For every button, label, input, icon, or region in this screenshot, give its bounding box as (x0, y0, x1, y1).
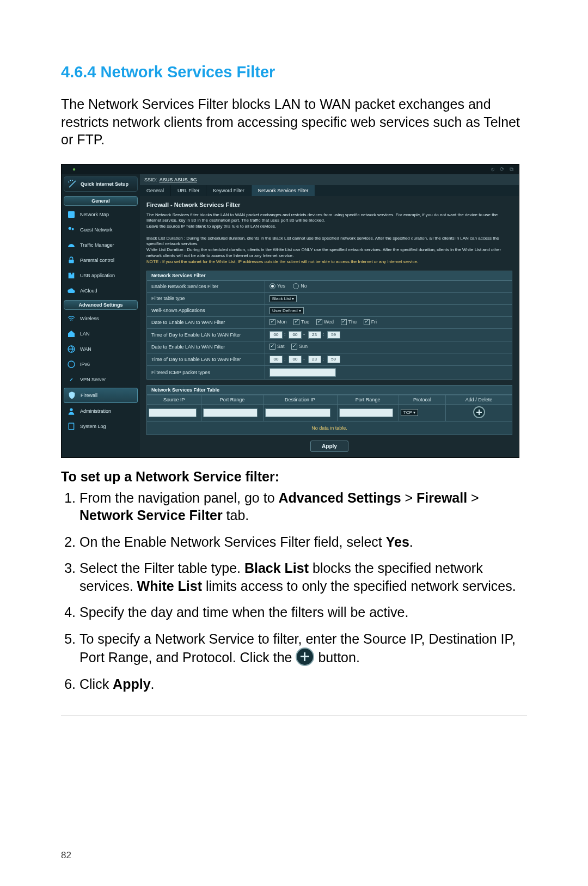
nav-firewall[interactable]: Firewall (64, 388, 138, 403)
link-icon (67, 375, 76, 384)
well-known-apps-select[interactable]: User Defined (270, 307, 304, 314)
no-data-row: No data in table. (147, 421, 512, 435)
wand-icon (68, 179, 77, 189)
chk-mon[interactable]: Mon (270, 319, 287, 325)
src-port-range-input[interactable] (203, 408, 258, 417)
cloud-icon (67, 286, 76, 295)
chk-wed[interactable]: Wed (316, 319, 334, 325)
router-screenshot: ●⎋⟳⧉ Quick Internet Setup General Networ… (61, 164, 519, 458)
svg-rect-3 (69, 259, 74, 263)
nav-sidebar: Quick Internet Setup General Network Map… (62, 174, 140, 457)
group-advanced: Advanced Settings (64, 300, 138, 310)
section-heading: 4.6.4 Network Services Filter (61, 63, 527, 81)
step-1: From the navigation panel, go to Advance… (79, 489, 527, 524)
top-status-bar: ●⎋⟳⧉ (62, 164, 519, 174)
add-row-button[interactable] (473, 406, 485, 418)
protocol-select[interactable]: TCP (401, 409, 418, 416)
filter-table-type-select[interactable]: Black List (270, 295, 297, 302)
tab-url-filter[interactable]: URL Filter (171, 185, 206, 196)
nav-parental-control[interactable]: Parental control (64, 253, 138, 267)
t1-start-mm[interactable]: 00 (289, 331, 302, 339)
source-ip-input[interactable] (149, 408, 197, 417)
ssid-bar: SSID:ASUS ASUS_5G (140, 174, 519, 185)
lock-icon (67, 256, 76, 265)
nav-ipv6[interactable]: IPv6 (64, 357, 138, 371)
gauge-icon (67, 241, 76, 249)
chk-fri[interactable]: Fri (364, 319, 377, 325)
dst-port-range-input[interactable] (339, 408, 394, 417)
step-6: Click Apply. (79, 675, 527, 693)
step-5: To specify a Network Service to filter, … (79, 630, 527, 667)
t2-end-hh[interactable]: 23 (308, 356, 321, 363)
shield-icon (68, 391, 76, 400)
nav-system-log[interactable]: System Log (64, 419, 138, 433)
step-4: Specify the day and time when the filter… (79, 603, 527, 621)
users-icon (67, 225, 76, 234)
globe-icon (67, 345, 76, 353)
quick-internet-setup[interactable]: Quick Internet Setup (64, 176, 138, 192)
nav-aicloud[interactable]: AiCloud (64, 284, 138, 298)
svg-point-6 (70, 408, 72, 411)
nav-lan[interactable]: LAN (64, 327, 138, 341)
wifi-icon (67, 314, 76, 323)
map-icon (67, 210, 76, 219)
steps-list: From the navigation panel, go to Advance… (61, 489, 527, 693)
step-3: Select the Filter table type. Black List… (79, 559, 527, 595)
intro-paragraph: The Network Services Filter blocks LAN t… (61, 95, 527, 149)
tab-keyword-filter[interactable]: Keyword Filter (206, 185, 252, 196)
globe-icon (67, 360, 76, 369)
tab-general[interactable]: General (140, 185, 171, 196)
weekday-checkboxes: Mon Tue Wed Thu Fri (265, 316, 512, 328)
section-filter-table: Network Services Filter Table (146, 385, 512, 395)
svg-point-1 (69, 227, 71, 229)
icmp-input[interactable] (270, 368, 336, 377)
section-filter-settings: Network Services Filter (146, 271, 512, 280)
log-icon (67, 422, 76, 431)
apply-button[interactable]: Apply (310, 441, 348, 452)
t2-start-hh[interactable]: 00 (270, 356, 283, 363)
nav-administration[interactable]: Administration (64, 404, 138, 418)
t2-end-mm[interactable]: 59 (327, 356, 340, 363)
nav-traffic-manager[interactable]: Traffic Manager (64, 238, 138, 252)
puzzle-icon (67, 271, 76, 280)
chk-tue[interactable]: Tue (293, 319, 309, 325)
filter-table: Source IPPort Range Destination IPPort R… (146, 395, 512, 435)
group-general: General (64, 196, 138, 206)
svg-rect-7 (69, 423, 74, 430)
nav-network-map[interactable]: Network Map (64, 207, 138, 222)
t1-end-hh[interactable]: 23 (308, 331, 321, 339)
add-icon (296, 647, 314, 666)
t1-end-mm[interactable]: 59 (327, 331, 340, 339)
page-number: 82 (61, 850, 71, 861)
tab-bar: General URL Filter Keyword Filter Networ… (140, 185, 519, 196)
ssid-value: ASUS ASUS_5G (160, 177, 197, 182)
panel-title: Firewall - Network Services Filter (146, 201, 512, 208)
svg-rect-0 (68, 211, 75, 218)
chk-sat[interactable]: Sat (270, 344, 285, 350)
steps-heading: To set up a Network Service filter: (61, 469, 527, 485)
user-icon (67, 407, 76, 415)
main-panel: SSID:ASUS ASUS_5G General URL Filter Key… (140, 174, 519, 457)
enable-yes-radio[interactable]: Yes (270, 283, 285, 289)
t1-start-hh[interactable]: 00 (270, 331, 283, 339)
chk-thu[interactable]: Thu (341, 319, 357, 325)
nav-usb-application[interactable]: USB application (64, 268, 138, 283)
table-input-row: TCP (147, 404, 512, 421)
home-icon (67, 329, 76, 338)
nav-wireless[interactable]: Wireless (64, 311, 138, 326)
step-2: On the Enable Network Services Filter fi… (79, 533, 527, 551)
chk-sun[interactable]: Sun (291, 344, 308, 350)
document-page: 4.6.4 Network Services Filter The Networ… (0, 0, 588, 886)
footer-rule (61, 716, 527, 716)
svg-point-5 (68, 361, 75, 368)
dest-ip-input[interactable] (265, 408, 331, 417)
filter-settings-table: Enable Network Services Filter Yes No Fi… (146, 280, 512, 380)
panel-description: The Network Services filter blocks the L… (146, 212, 512, 265)
tab-network-services-filter[interactable]: Network Services Filter (252, 185, 316, 196)
enable-no-radio[interactable]: No (293, 283, 307, 289)
nav-guest-network[interactable]: Guest Network (64, 223, 138, 237)
t2-start-mm[interactable]: 00 (289, 356, 302, 363)
nav-wan[interactable]: WAN (64, 342, 138, 356)
svg-point-2 (72, 228, 74, 230)
nav-vpn-server[interactable]: VPN Server (64, 372, 138, 387)
